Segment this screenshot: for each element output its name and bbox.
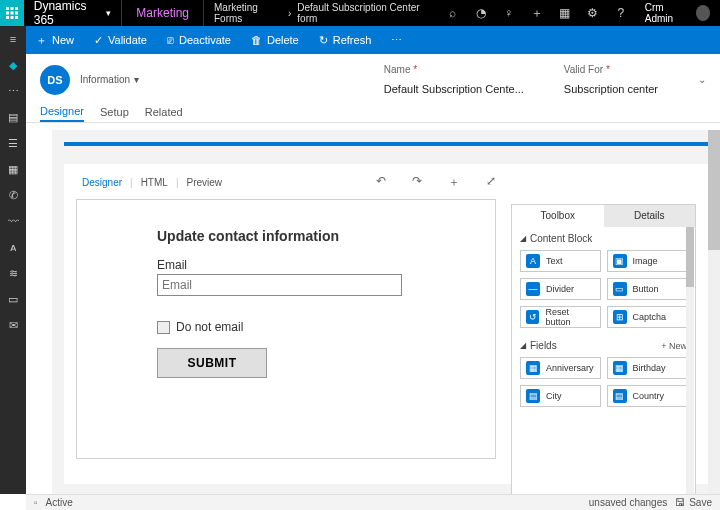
tab-designer[interactable]: Designer	[40, 101, 84, 122]
tile-anniversary[interactable]: ▦Anniversary	[520, 357, 601, 379]
scrollbar-thumb[interactable]	[708, 130, 720, 250]
form-heading: Update contact information	[157, 228, 415, 244]
tile-text[interactable]: AText	[520, 250, 601, 272]
tile-country[interactable]: ▤Country	[607, 385, 688, 407]
add-element-icon[interactable]: ＋	[448, 174, 460, 191]
brand-label[interactable]: Dynamics 365 ▾	[24, 0, 122, 27]
bulb-icon[interactable]: ♀	[495, 0, 523, 26]
image-icon: ▣	[613, 254, 627, 268]
validfor-field-value: Subscription center	[564, 83, 658, 95]
page-scrollbar[interactable]	[708, 130, 720, 494]
name-field-value: Default Subscription Cente...	[384, 83, 524, 95]
section-fields[interactable]: ◢Fields+ New	[520, 340, 687, 351]
form-selector-label: Information	[80, 74, 130, 85]
rail-item-graph[interactable]: 〰	[0, 208, 26, 234]
section-content-block[interactable]: ◢Content Block	[520, 233, 687, 244]
rail-item-list[interactable]: ☰	[0, 130, 26, 156]
svg-rect-8	[15, 16, 18, 19]
add-icon[interactable]: ＋	[523, 0, 551, 26]
accent-bar	[64, 142, 708, 146]
email-input[interactable]	[157, 274, 402, 296]
editor-tab-html[interactable]: HTML	[135, 175, 174, 190]
tile-captcha-label: Captcha	[633, 312, 667, 322]
save-button[interactable]: 🖫Save	[675, 497, 712, 508]
rail-item-segment[interactable]: ≋	[0, 260, 26, 286]
tab-setup[interactable]: Setup	[100, 101, 129, 122]
rail-item-person[interactable]: ᴀ	[0, 234, 26, 260]
form-selector[interactable]: Information▾	[80, 74, 139, 85]
rail-item-more[interactable]: ⋯	[0, 78, 26, 104]
rail-item-selected[interactable]: ◆	[0, 52, 26, 78]
header-expand-button[interactable]: ⌄	[698, 74, 706, 85]
tile-city-label: City	[546, 391, 562, 401]
tile-text-label: Text	[546, 256, 563, 266]
more-commands-button[interactable]: ⋯	[381, 34, 412, 47]
email-label: Email	[157, 258, 415, 272]
topbar-icons: ⌕ ◔ ♀ ＋ ▦ ⚙ ?	[439, 0, 635, 26]
deactivate-button[interactable]: ⎚Deactivate	[157, 34, 241, 46]
tile-button[interactable]: ▭Button	[607, 278, 688, 300]
app-launcher-icon[interactable]	[0, 0, 24, 26]
tile-captcha[interactable]: ⊞Captcha	[607, 306, 688, 328]
toolbox-tab-toolbox[interactable]: Toolbox	[512, 205, 604, 227]
record-badge: DS	[40, 65, 70, 95]
button-icon: ▭	[613, 282, 627, 296]
redo-icon[interactable]: ↷	[412, 174, 422, 191]
divider-icon: —	[526, 282, 540, 296]
fullscreen-icon[interactable]: ⤢	[486, 174, 496, 191]
tile-birthday[interactable]: ▦Birthday	[607, 357, 688, 379]
chevron-down-icon: ▾	[134, 74, 139, 85]
help-icon[interactable]: ?	[607, 0, 635, 26]
svg-rect-5	[15, 12, 18, 15]
tile-image[interactable]: ▣Image	[607, 250, 688, 272]
user-menu[interactable]: Crm Admin	[635, 2, 720, 24]
deactivate-icon: ⎚	[167, 34, 174, 46]
breadcrumb-root[interactable]: Marketing Forms	[214, 2, 282, 24]
delete-button[interactable]: 🗑Delete	[241, 34, 309, 46]
editor-tab-preview[interactable]: Preview	[180, 175, 228, 190]
settings-icon[interactable]: ⚙	[579, 0, 607, 26]
toolbox-tab-details[interactable]: Details	[604, 205, 696, 227]
refresh-label: Refresh	[333, 34, 372, 46]
rail-item-chart[interactable]: ▤	[0, 104, 26, 130]
header-field-validfor[interactable]: Valid For * Subscription center	[564, 64, 658, 95]
editor-tab-designer[interactable]: Designer	[76, 175, 128, 190]
user-name: Crm Admin	[645, 2, 690, 24]
tab-related[interactable]: Related	[145, 101, 183, 122]
field-icon: ▤	[526, 389, 540, 403]
add-new-field-link[interactable]: + New	[661, 341, 687, 351]
rail-item-folder[interactable]: ▭	[0, 286, 26, 312]
header-field-name[interactable]: Name * Default Subscription Cente...	[384, 64, 524, 95]
refresh-button[interactable]: ↻Refresh	[309, 34, 382, 47]
tile-city[interactable]: ▤City	[520, 385, 601, 407]
svg-rect-6	[6, 16, 9, 19]
tile-birthday-label: Birthday	[633, 363, 666, 373]
validfor-field-label: Valid For	[564, 64, 603, 75]
global-topbar: Dynamics 365 ▾ Marketing Marketing Forms…	[0, 0, 720, 26]
checkbox-icon[interactable]	[157, 321, 170, 334]
section-content-label: Content Block	[530, 233, 592, 244]
delete-label: Delete	[267, 34, 299, 46]
undo-icon[interactable]: ↶	[376, 174, 386, 191]
task-icon[interactable]: ◔	[467, 0, 495, 26]
submit-button[interactable]: SUBMIT	[157, 348, 267, 378]
validate-button[interactable]: ✓Validate	[84, 34, 157, 47]
rail-menu-icon[interactable]: ≡	[0, 26, 26, 52]
form-canvas[interactable]: Update contact information Email Do not …	[76, 199, 496, 459]
separator: |	[176, 177, 179, 188]
tile-divider[interactable]: —Divider	[520, 278, 601, 300]
required-indicator: *	[413, 64, 417, 75]
search-icon[interactable]: ⌕	[439, 0, 467, 26]
toolbox-scrollbar[interactable]	[686, 227, 694, 494]
chevron-down-icon: ▾	[106, 8, 111, 18]
rail-item-mail[interactable]: ✉	[0, 312, 26, 338]
rail-item-phone[interactable]: ✆	[0, 182, 26, 208]
scrollbar-thumb[interactable]	[686, 227, 694, 287]
app-name[interactable]: Marketing	[121, 0, 204, 26]
do-not-email-row[interactable]: Do not email	[157, 320, 415, 334]
new-button[interactable]: ＋New	[26, 33, 84, 48]
tile-reset[interactable]: ↺Reset button	[520, 306, 601, 328]
rail-item-calendar[interactable]: ▦	[0, 156, 26, 182]
filter-icon[interactable]: ▦	[551, 0, 579, 26]
statusbar-icon[interactable]: ▫	[34, 497, 38, 508]
